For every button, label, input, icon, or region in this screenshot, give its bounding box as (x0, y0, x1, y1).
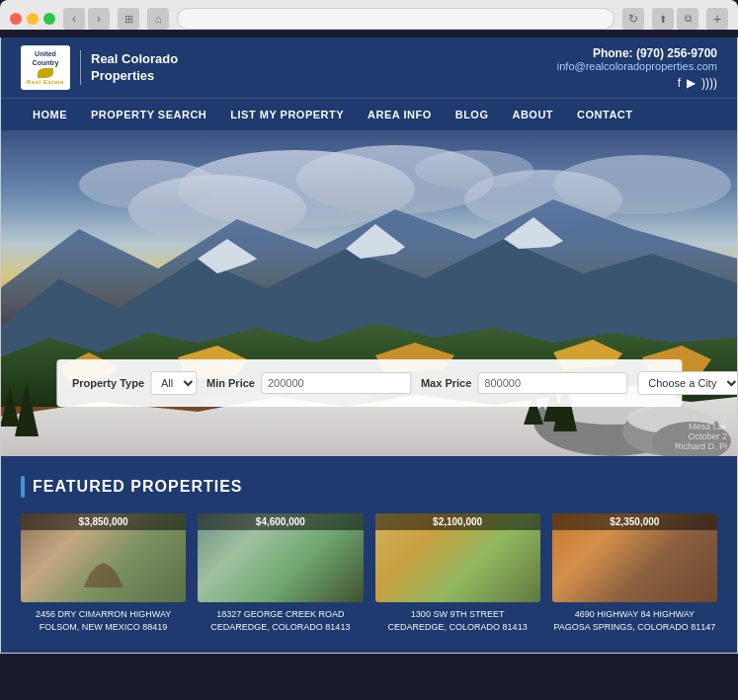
nav-item-area-info[interactable]: AREA INFO (356, 99, 444, 130)
properties-grid: $3,850,0002456 DRY CIMARRON HIGHWAYFOLSO… (21, 513, 717, 633)
hero-landscape (1, 130, 737, 456)
hero-section: Property Type All Min Price Max Price Ch… (1, 130, 737, 456)
forward-button[interactable]: › (88, 8, 110, 30)
tabs-button[interactable]: ⧉ (677, 8, 698, 30)
watermark-line3: Richard D. Pi (675, 441, 727, 451)
min-price-field: Min Price (206, 372, 411, 394)
min-price-input[interactable] (261, 372, 411, 394)
nav-item-home[interactable]: HOME (21, 99, 79, 130)
maximize-dot[interactable] (43, 13, 55, 25)
site-header: UnitedCountry Real Estate Real Colorado … (1, 38, 737, 98)
nav-item-property-search[interactable]: PROPERTY SEARCH (79, 99, 218, 130)
property-address: 18327 GEORGE CREEK ROADCEDAREDGE, COLORA… (198, 608, 363, 633)
back-button[interactable]: ‹ (63, 8, 85, 30)
property-type-field: Property Type All (72, 371, 197, 395)
max-price-label: Max Price (421, 377, 471, 389)
property-address: 1300 SW 9TH STREETCEDAREDGE, COLORADO 81… (375, 608, 540, 633)
browser-nav: ‹ › (63, 8, 110, 30)
logo-area: UnitedCountry Real Estate Real Colorado … (21, 45, 178, 90)
site-nav: HOMEPROPERTY SEARCHLIST MY PROPERTYAREA … (1, 98, 737, 130)
max-price-field: Max Price (421, 372, 627, 394)
nav-item-blog[interactable]: BLOG (444, 99, 501, 130)
featured-label: FEATURED PROPERTIES (33, 478, 243, 496)
svg-point-7 (415, 150, 533, 190)
city-field: Choose a City (637, 371, 737, 395)
header-social: f ▶ )))) (557, 76, 717, 90)
property-card[interactable]: $3,850,0002456 DRY CIMARRON HIGHWAYFOLSO… (21, 513, 186, 633)
brand-name: Real Colorado Properties (91, 51, 178, 85)
tab-icon: ⊞ (118, 8, 139, 30)
property-image: $2,100,000 (375, 513, 540, 602)
reload-button[interactable]: ↻ (622, 8, 644, 30)
property-card[interactable]: $2,350,0004690 HIGHWAY 84 HIGHWAYPAGOSA … (552, 513, 717, 633)
share-button[interactable]: ⬆ (652, 8, 674, 30)
property-image: $2,350,000 (552, 513, 717, 602)
nav-item-about[interactable]: ABOUT (500, 99, 565, 130)
watermark-line2: October 2 (675, 431, 727, 441)
home-icon[interactable]: ⌂ (147, 8, 169, 30)
property-address: 4690 HIGHWAY 84 HIGHWAYPAGOSA SPRINGS, C… (552, 608, 717, 633)
logo-bottom-text: Real Estate (27, 79, 64, 85)
property-type-select[interactable]: All (150, 371, 197, 395)
max-price-input[interactable] (477, 372, 627, 394)
featured-bar (21, 476, 25, 498)
nav-item-list-property[interactable]: LIST MY PROPERTY (218, 99, 356, 130)
property-price-badge: $2,350,000 (552, 513, 717, 530)
new-tab-button[interactable]: + (706, 8, 728, 30)
logo-icon: UnitedCountry Real Estate (21, 45, 70, 90)
address-bar[interactable] (177, 8, 615, 30)
watermark-line1: Mesa Lak (675, 422, 727, 431)
logo-leaf (38, 68, 53, 78)
property-address: 2456 DRY CIMARRON HIGHWAYFOLSOM, NEW MEX… (21, 608, 186, 633)
nav-item-contact[interactable]: CONTACT (565, 99, 644, 130)
rss-icon[interactable]: )))) (701, 76, 717, 90)
property-price-badge: $2,100,000 (375, 513, 540, 530)
svg-point-6 (553, 155, 731, 214)
property-card[interactable]: $2,100,0001300 SW 9TH STREETCEDAREDGE, C… (375, 513, 540, 633)
svg-point-5 (79, 160, 217, 209)
logo-top-text: UnitedCountry (33, 50, 59, 67)
header-phone: Phone: (970) 256-9700 (557, 46, 717, 60)
property-image: $3,850,000 (21, 513, 186, 602)
property-image: $4,600,000 (198, 513, 363, 602)
facebook-icon[interactable]: f (678, 76, 681, 90)
property-price-badge: $3,850,000 (21, 513, 186, 530)
city-select[interactable]: Choose a City (637, 371, 737, 395)
youtube-icon[interactable]: ▶ (687, 76, 696, 90)
website: UnitedCountry Real Estate Real Colorado … (0, 38, 738, 654)
header-email[interactable]: info@realcoloradoproperties.com (557, 60, 717, 72)
min-price-label: Min Price (206, 377, 255, 389)
logo-divider (80, 50, 81, 85)
hero-watermark: Mesa Lak October 2 Richard D. Pi (675, 422, 727, 451)
close-dot[interactable] (10, 13, 22, 25)
browser-actions: ⬆ ⧉ (652, 8, 698, 30)
property-price-badge: $4,600,000 (198, 513, 363, 530)
featured-title: FEATURED PROPERTIES (21, 476, 717, 498)
property-card[interactable]: $4,600,00018327 GEORGE CREEK ROADCEDARED… (198, 513, 363, 633)
featured-section: FEATURED PROPERTIES $3,850,0002456 DRY C… (1, 456, 737, 653)
header-contact: Phone: (970) 256-9700 info@realcoloradop… (557, 46, 717, 90)
property-type-label: Property Type (72, 377, 144, 389)
search-overlay: Property Type All Min Price Max Price Ch… (56, 359, 682, 407)
browser-dots (10, 13, 55, 25)
minimize-dot[interactable] (27, 13, 39, 25)
browser-chrome: ‹ › ⊞ ⌂ ↻ ⬆ ⧉ + (0, 0, 738, 30)
